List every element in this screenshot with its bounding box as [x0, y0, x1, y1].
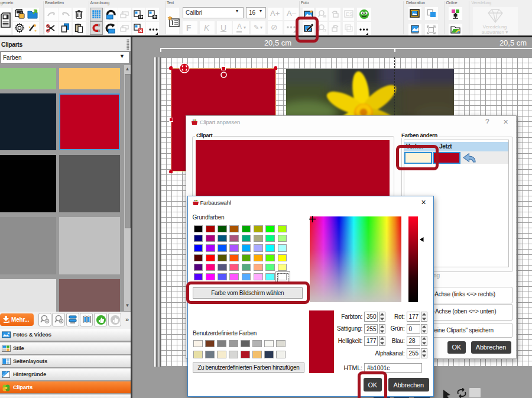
svg-text:ES: ES [346, 11, 353, 17]
